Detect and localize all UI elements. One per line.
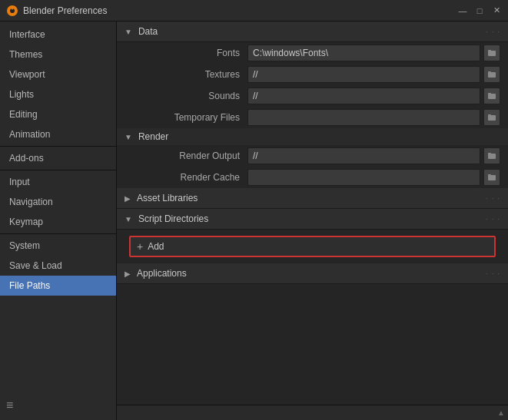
render-output-input[interactable] (247, 147, 480, 164)
folder-icon (487, 113, 496, 122)
textures-label: Textures (125, 69, 247, 80)
sidebar: Interface Themes Viewport Lights Editing… (0, 21, 117, 420)
fonts-folder-button[interactable] (483, 45, 500, 61)
sidebar-item-viewport[interactable]: Viewport (0, 64, 116, 84)
render-cache-input[interactable] (247, 169, 480, 186)
sidebar-item-lights[interactable]: Lights (0, 84, 116, 104)
render-output-row: Render Output (117, 145, 508, 167)
section-data-header[interactable]: ▼ Data · · · (117, 21, 508, 42)
render-output-label: Render Output (125, 150, 247, 161)
script-dir-add-container: + Add (117, 230, 508, 263)
sidebar-item-system[interactable]: System (0, 236, 116, 256)
folder-icon (487, 70, 496, 79)
folder-icon (487, 91, 496, 101)
svg-rect-10 (488, 114, 491, 116)
section-applications-header[interactable]: ▶ Applications · · · (117, 263, 508, 284)
render-output-folder-button[interactable] (483, 147, 500, 164)
sidebar-item-keymap[interactable]: Keymap (0, 212, 116, 232)
svg-point-2 (12, 7, 14, 9)
sidebar-item-interface[interactable]: Interface (0, 25, 116, 45)
applications-chevron-icon: ▶ (125, 270, 131, 278)
textures-folder-button[interactable] (483, 66, 500, 83)
render-cache-row: Render Cache (117, 167, 508, 188)
data-section-label: Data (138, 26, 158, 37)
add-label: Add (148, 241, 164, 252)
sidebar-separator-2 (0, 170, 116, 170)
main-layout: Interface Themes Viewport Lights Editing… (0, 21, 508, 420)
sidebar-item-save-load[interactable]: Save & Load (0, 256, 116, 276)
content-area: ▼ Data · · · Fonts (117, 21, 508, 420)
fonts-row: Fonts (117, 42, 508, 64)
svg-rect-3 (488, 51, 496, 56)
sidebar-item-animation[interactable]: Animation (0, 124, 116, 144)
render-cache-folder-button[interactable] (483, 169, 500, 186)
maximize-button[interactable]: □ (474, 5, 485, 16)
folder-icon (487, 173, 496, 182)
window-controls: — □ ✕ (457, 5, 502, 16)
script-dir-section-dots: · · · (486, 215, 500, 223)
folder-icon (487, 151, 496, 160)
asset-libraries-chevron-icon: ▶ (125, 194, 131, 203)
svg-rect-9 (488, 115, 496, 121)
add-plus-icon: + (137, 240, 143, 253)
sounds-row: Sounds (117, 85, 508, 107)
sidebar-item-editing[interactable]: Editing (0, 104, 116, 124)
svg-rect-6 (488, 71, 491, 73)
render-output-input-wrap (247, 147, 500, 164)
data-chevron-icon: ▼ (125, 28, 132, 36)
window-title: Blender Preferences (23, 5, 457, 16)
svg-rect-4 (488, 50, 491, 51)
render-subsection-label: Render (138, 131, 168, 142)
titlebar: Blender Preferences — □ ✕ (0, 0, 508, 21)
minimize-button[interactable]: — (457, 5, 468, 16)
svg-rect-14 (488, 174, 491, 176)
asset-libraries-section-label: Asset Libraries (137, 193, 198, 203)
render-subsection-header[interactable]: ▼ Render (117, 128, 508, 145)
temp-files-folder-button[interactable] (483, 109, 500, 126)
sidebar-item-file-paths[interactable]: File Paths (0, 276, 116, 296)
sidebar-item-input[interactable]: Input (0, 172, 116, 192)
svg-rect-13 (488, 175, 496, 180)
hamburger-icon[interactable]: ≡ (6, 399, 13, 412)
svg-rect-11 (488, 154, 496, 159)
textures-input-wrap (247, 66, 500, 83)
close-button[interactable]: ✕ (491, 5, 502, 16)
temp-files-input[interactable] (247, 109, 480, 126)
sounds-label: Sounds (125, 91, 247, 101)
content-scroll[interactable]: ▼ Data · · · Fonts (117, 21, 508, 420)
applications-section-label: Applications (137, 268, 187, 279)
svg-rect-7 (488, 94, 496, 99)
add-script-dir-button[interactable]: + Add (131, 237, 494, 256)
sounds-input-wrap (247, 88, 500, 104)
folder-icon (487, 48, 496, 58)
temp-files-input-wrap (247, 109, 500, 126)
bottom-bar: ▲ (117, 405, 508, 420)
sidebar-item-navigation[interactable]: Navigation (0, 192, 116, 212)
textures-input[interactable] (247, 66, 480, 83)
textures-row: Textures (117, 64, 508, 85)
render-chevron-icon: ▼ (125, 133, 132, 141)
asset-libraries-section-dots: · · · (486, 194, 500, 203)
fonts-input[interactable] (247, 45, 480, 61)
section-asset-libraries-header[interactable]: ▶ Asset Libraries · · · (117, 188, 508, 209)
svg-rect-12 (488, 153, 491, 154)
sidebar-separator-1 (0, 146, 116, 147)
fonts-label: Fonts (125, 48, 247, 58)
sidebar-separator-3 (0, 233, 116, 234)
fonts-input-wrap (247, 45, 500, 61)
data-section-dots: · · · (486, 28, 500, 36)
sidebar-item-addons[interactable]: Add-ons (0, 148, 116, 168)
render-cache-input-wrap (247, 169, 500, 186)
script-dir-add-section: + Add (129, 236, 496, 257)
script-directories-section-label: Script Directories (138, 213, 208, 224)
scroll-up-icon: ▲ (497, 408, 505, 417)
temp-files-label: Temporary Files (125, 112, 247, 123)
svg-rect-8 (488, 93, 491, 94)
render-cache-label: Render Cache (125, 172, 247, 183)
script-dir-chevron-icon: ▼ (125, 215, 132, 223)
app-icon (6, 5, 18, 17)
section-script-directories-header[interactable]: ▼ Script Directories · · · (117, 209, 508, 230)
sounds-input[interactable] (247, 88, 480, 104)
sidebar-item-themes[interactable]: Themes (0, 45, 116, 64)
sounds-folder-button[interactable] (483, 88, 500, 104)
